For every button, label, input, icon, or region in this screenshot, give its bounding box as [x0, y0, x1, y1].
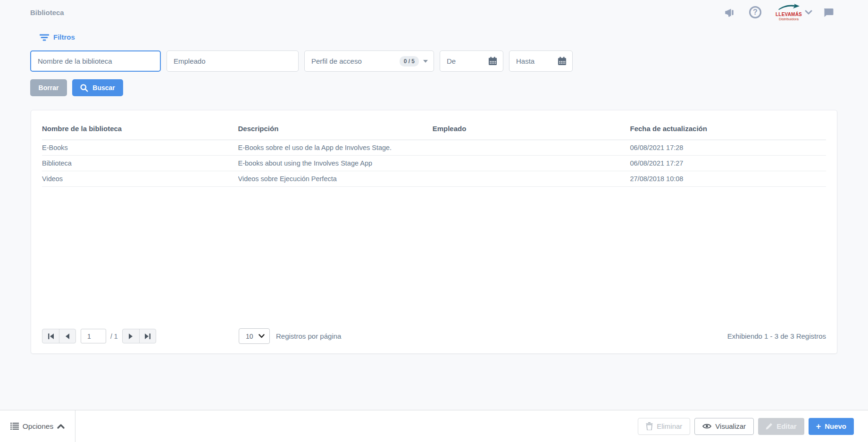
plus-icon: +	[816, 422, 821, 431]
chevron-down-icon	[259, 334, 265, 338]
employee-input[interactable]	[167, 50, 299, 72]
account-menu[interactable]: LLEVAMÁS Distribuidora	[775, 4, 812, 21]
access-profile-count-badge: 0 / 5	[400, 56, 419, 67]
cell-updated: 06/08/2021 17:28	[630, 140, 826, 156]
trash-icon	[646, 422, 653, 430]
cell-description: E-books about using the Involves Stage A…	[238, 156, 433, 171]
question-mark-glyph: ?	[749, 6, 761, 18]
records-summary: Exhibiendo 1 - 3 de 3 Registros	[727, 332, 826, 340]
page-size-select[interactable]: 10	[239, 328, 270, 344]
bottom-action-bar: Opciones Eliminar Visualizar Editar	[0, 410, 868, 442]
edit-button[interactable]: Editar	[758, 418, 804, 435]
chevron-up-icon	[57, 424, 65, 429]
column-header-updated[interactable]: Fecha de actualización	[630, 110, 826, 140]
view-button[interactable]: Visualizar	[694, 418, 754, 435]
first-page-button[interactable]	[42, 329, 59, 343]
pencil-icon	[766, 423, 773, 430]
column-header-description[interactable]: Descripción	[238, 110, 433, 140]
options-label: Opciones	[23, 422, 53, 431]
company-logo: LLEVAMÁS Distribuidora	[775, 4, 803, 21]
options-button[interactable]: Opciones	[0, 410, 75, 442]
table-row[interactable]: Biblioteca E-books about using the Invol…	[42, 156, 826, 171]
cell-updated: 06/08/2021 17:27	[630, 156, 826, 171]
chat-icon[interactable]	[823, 7, 834, 18]
cell-name: Biblioteca	[42, 156, 238, 171]
new-button[interactable]: + Nuevo	[809, 418, 854, 435]
library-name-input[interactable]	[30, 50, 161, 72]
search-icon	[80, 84, 88, 92]
date-from-placeholder: De	[447, 57, 456, 65]
column-header-name[interactable]: Nombre de la biblioteca	[42, 110, 238, 140]
cell-employee	[433, 171, 630, 187]
logo-arrow-icon	[778, 4, 800, 11]
search-button[interactable]: Buscar	[72, 79, 123, 96]
pagination-bar: / 1 10 Registros por página Exhibiendo 1…	[42, 329, 826, 353]
filters-label: Filtros	[53, 33, 75, 41]
calendar-icon	[488, 57, 497, 66]
logo-text-primary: LLEVAMÁS	[775, 12, 803, 17]
view-button-label: Visualizar	[715, 422, 746, 430]
list-icon	[10, 423, 19, 430]
megaphone-icon[interactable]	[724, 6, 737, 19]
previous-page-button[interactable]	[59, 329, 75, 343]
pager-right-group	[122, 329, 156, 343]
calendar-icon	[558, 57, 567, 66]
results-card: Nombre de la biblioteca Descripción Empl…	[31, 110, 837, 354]
clear-button[interactable]: Borrar	[30, 79, 67, 96]
cell-description: E-Books sobre el uso de la App de Involv…	[238, 140, 433, 156]
account-chevron-down-icon	[805, 10, 812, 15]
access-profile-select[interactable]: Perfil de acceso 0 / 5	[304, 50, 434, 72]
page-size-label: Registros por página	[276, 332, 341, 340]
table-row[interactable]: E-Books E-Books sobre el uso de la App d…	[42, 140, 826, 156]
results-table: Nombre de la biblioteca Descripción Empl…	[42, 110, 826, 187]
page-number-input[interactable]	[81, 329, 106, 343]
access-profile-label: Perfil de acceso	[311, 57, 400, 65]
cell-name: E-Books	[42, 140, 238, 156]
new-button-label: Nuevo	[825, 422, 846, 430]
search-button-label: Buscar	[92, 84, 115, 92]
eye-icon	[702, 423, 711, 429]
cell-updated: 27/08/2018 10:08	[630, 171, 826, 187]
filter-buttons: Borrar Buscar	[30, 79, 123, 96]
record-actions: Eliminar Visualizar Editar + Nuevo	[638, 418, 854, 435]
cell-description: Videos sobre Ejecución Perfecta	[238, 171, 433, 187]
chevron-down-icon	[423, 60, 428, 63]
topbar-actions: ? LLEVAMÁS Distribuidora	[724, 4, 834, 21]
help-icon[interactable]: ?	[749, 6, 761, 18]
last-page-button[interactable]	[139, 329, 156, 343]
page-size-control: 10 Registros por página	[239, 328, 341, 344]
next-page-button[interactable]	[123, 329, 139, 343]
cell-name: Videos	[42, 171, 238, 187]
date-from-field[interactable]: De	[440, 50, 503, 72]
column-header-employee[interactable]: Empleado	[433, 110, 630, 140]
edit-button-label: Editar	[776, 422, 797, 430]
cell-employee	[433, 140, 630, 156]
pager-left-group	[42, 329, 76, 343]
logo-text-secondary: Distribuidora	[775, 17, 803, 21]
date-to-field[interactable]: Hasta	[509, 50, 573, 72]
delete-button[interactable]: Eliminar	[638, 418, 690, 435]
delete-button-label: Eliminar	[657, 422, 682, 430]
total-pages-label: / 1	[110, 333, 118, 340]
filters-toggle[interactable]: Filtros	[40, 33, 75, 41]
filter-icon	[40, 33, 49, 41]
date-to-placeholder: Hasta	[516, 57, 534, 65]
table-row[interactable]: Videos Videos sobre Ejecución Perfecta 2…	[42, 171, 826, 187]
page-title: Biblioteca	[30, 8, 64, 17]
cell-employee	[433, 156, 630, 171]
filter-fields: Perfil de acceso 0 / 5 De Hasta	[30, 50, 573, 72]
page-size-value: 10	[246, 333, 253, 340]
